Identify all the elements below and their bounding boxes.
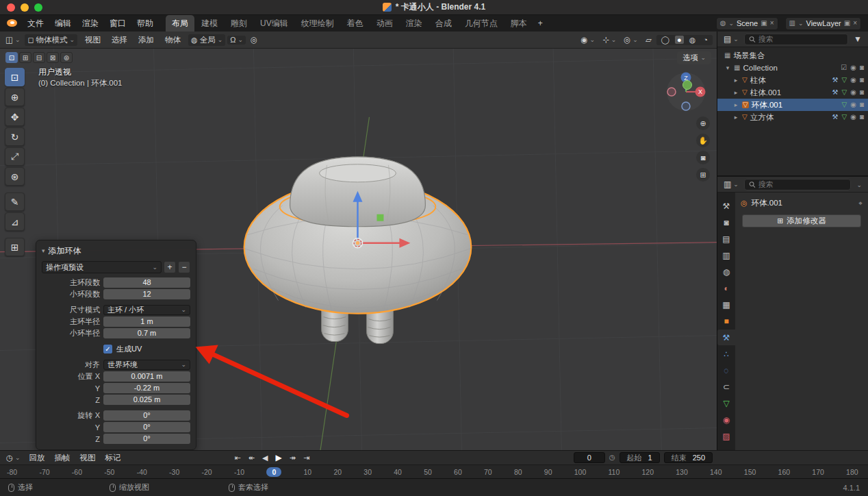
select-mode-button-1[interactable]: ⊞ [19, 52, 31, 63]
outliner-collection[interactable]: ▾ ▦ Collection ☑ ◉ ◙ [717, 62, 868, 74]
select-mode-button-2[interactable]: ⊟ [33, 52, 45, 63]
ruler-tick-60[interactable]: 60 [454, 468, 462, 476]
jump-to-start-button[interactable]: ⇤ [231, 454, 244, 462]
current-frame-indicator[interactable]: 0 [266, 467, 281, 477]
viewport-menu-2[interactable]: 添加 [133, 32, 159, 48]
editor-type-button[interactable]: ◫ ⌄ [3, 34, 23, 45]
shading-solid-button[interactable]: ● [675, 36, 684, 44]
timeline-menu-0[interactable]: 回放 [25, 451, 50, 464]
topbar-menu-1[interactable]: 编辑 [49, 15, 77, 32]
workspace-tab-5[interactable]: 着色 [341, 15, 370, 32]
editor-type-button[interactable]: ▥ ⌄ [721, 179, 741, 190]
move-tool[interactable]: ✥ [5, 108, 25, 126]
preset-dropdown[interactable]: 操作项预设 ⌄ [42, 261, 162, 273]
workspace-tab-1[interactable]: 建模 [195, 15, 224, 32]
ruler-tick--10[interactable]: -10 [234, 468, 244, 476]
properties-filter-button[interactable]: ⌄ [854, 179, 865, 190]
annotate-tool[interactable]: ✎ [5, 193, 25, 211]
ruler-tick-30[interactable]: 30 [363, 468, 372, 476]
pin-icon[interactable]: ⌖ [858, 200, 863, 207]
ruler-tick-20[interactable]: 20 [333, 468, 342, 476]
operator-dropdown[interactable]: 主环 / 小环⌄ [103, 305, 190, 315]
workspace-tab-3[interactable]: UV编辑 [254, 15, 294, 32]
timeline-ruler[interactable]: -80-70-60-50-40-30-20-100102030405060708… [0, 464, 868, 478]
outliner-item-3[interactable]: ▸▽立方体⚒▽◉◙ [717, 111, 868, 123]
navigation-gizmo[interactable]: Z X [665, 71, 706, 112]
pan-button[interactable]: ✋ [696, 134, 710, 147]
workspace-tab-0[interactable]: 布局 [166, 15, 194, 32]
camera-view-button[interactable]: ◙ [696, 151, 710, 164]
next-keyframe-button[interactable]: ↠ [286, 454, 299, 462]
ruler-tick-50[interactable]: 50 [424, 468, 432, 476]
ruler-tick-90[interactable]: 90 [544, 468, 552, 476]
cursor-tool[interactable]: ⊕ [5, 88, 25, 106]
ruler-tick-110[interactable]: 110 [609, 468, 620, 476]
ruler-tick--70[interactable]: -70 [39, 468, 49, 476]
topbar-menu-0[interactable]: 文件 [22, 15, 49, 32]
viewlayer-selector[interactable]: ▥ ⌄ ViewLayer ▣ × [785, 17, 861, 30]
new-viewlayer-button[interactable]: ▣ [844, 20, 850, 27]
properties-search[interactable] [744, 179, 852, 190]
close-scene-button[interactable]: × [770, 20, 774, 27]
ruler-tick--30[interactable]: -30 [169, 468, 179, 476]
timeline-menu-3[interactable]: 标记 [101, 451, 126, 464]
workspace-add-button[interactable]: + [534, 15, 547, 32]
ruler-tick-130[interactable]: 130 [676, 468, 688, 476]
hide-in-viewport-icon[interactable]: ◉ [850, 114, 856, 121]
disable-in-render-icon[interactable]: ◙ [860, 77, 864, 84]
render-tab[interactable]: ◙ [717, 214, 735, 230]
properties-search-input[interactable] [758, 180, 847, 188]
expand-caret-icon[interactable]: ▸ [732, 89, 739, 96]
scene-tab[interactable]: ◍ [717, 264, 735, 280]
disable-in-render-icon[interactable]: ◙ [860, 89, 864, 96]
timeline-menu-1[interactable]: 插帧 [50, 451, 75, 464]
editor-type-button[interactable]: ▤ ⌄ [721, 34, 741, 45]
outliner-search[interactable] [744, 34, 848, 45]
ruler-tick--40[interactable]: -40 [137, 468, 147, 476]
transform-tool[interactable]: ⊛ [5, 167, 25, 186]
axis-x-neg-dot[interactable] [667, 88, 676, 96]
viewport-canvas[interactable]: ⊡⊞⊟⊠⊛ 选项 ⌄ 用户透视 (0) Collection | 环体.001 … [0, 49, 717, 450]
ruler-tick-80[interactable]: 80 [514, 468, 522, 476]
operator-number-field[interactable]: -0.22 m [103, 383, 190, 393]
gizmo-y-handle[interactable] [376, 214, 383, 221]
ruler-tick-70[interactable]: 70 [484, 468, 492, 476]
ruler-tick-170[interactable]: 170 [812, 468, 824, 476]
topbar-menu-3[interactable]: 窗口 [104, 15, 131, 32]
filter-button[interactable]: ▼ [851, 34, 865, 45]
workspace-tab-9[interactable]: 几何节点 [459, 15, 504, 32]
play-button[interactable]: ▶ [272, 453, 285, 462]
workspace-tab-7[interactable]: 渲染 [400, 15, 429, 32]
shading-material-button[interactable]: ◍ [687, 36, 698, 45]
expand-caret-icon[interactable]: ▸ [732, 101, 739, 108]
scene-selector[interactable]: ◍ ⌄ Scene ▣ × [716, 17, 778, 30]
ruler-tick-40[interactable]: 40 [394, 468, 402, 476]
operator-number-field[interactable]: 0.7 m [103, 328, 190, 338]
jump-to-end-button[interactable]: ⇥ [300, 454, 313, 462]
mode-selector[interactable]: ◻ 物体模式 ⌄ [25, 34, 77, 46]
ruler-tick--50[interactable]: -50 [104, 468, 114, 476]
generate-uv-checkbox[interactable]: ✓生成UV [103, 344, 190, 354]
hide-in-viewport-icon[interactable]: ◉ [850, 89, 856, 96]
ruler-tick--80[interactable]: -80 [7, 468, 17, 476]
add-modifier-button[interactable]: ⊞ 添加修改器 [742, 214, 861, 227]
previous-keyframe-button[interactable]: ↞ [245, 454, 258, 462]
minimize-window-button[interactable] [21, 3, 29, 12]
object-data-tab[interactable]: ▽ [717, 395, 735, 411]
world-tab[interactable]: ◐ [717, 280, 735, 296]
viewport-menu-3[interactable]: 物体 [159, 32, 186, 48]
remove-preset-button[interactable]: − [178, 261, 190, 273]
frame-start-field[interactable]: 起始 1 [620, 452, 660, 463]
select-mode-button-0[interactable]: ⊡ [5, 52, 18, 63]
ruler-tick-10[interactable]: 10 [303, 468, 311, 476]
workspace-tab-4[interactable]: 纹理绘制 [295, 15, 340, 32]
view-layer-tab[interactable]: ▥ [717, 247, 735, 263]
snap-selector[interactable]: Ω ⌄ [227, 36, 246, 45]
hide-in-viewport-icon[interactable]: ◉ [850, 101, 856, 108]
select-mode-button-3[interactable]: ⊠ [47, 52, 59, 63]
operator-number-field[interactable]: 0° [103, 410, 190, 421]
ruler-tick-140[interactable]: 140 [710, 468, 722, 476]
shading-rendered-button[interactable]: ◔ [701, 36, 710, 44]
workspace-tab-8[interactable]: 合成 [429, 15, 458, 32]
xray-toggle[interactable]: ▱ [643, 34, 654, 45]
